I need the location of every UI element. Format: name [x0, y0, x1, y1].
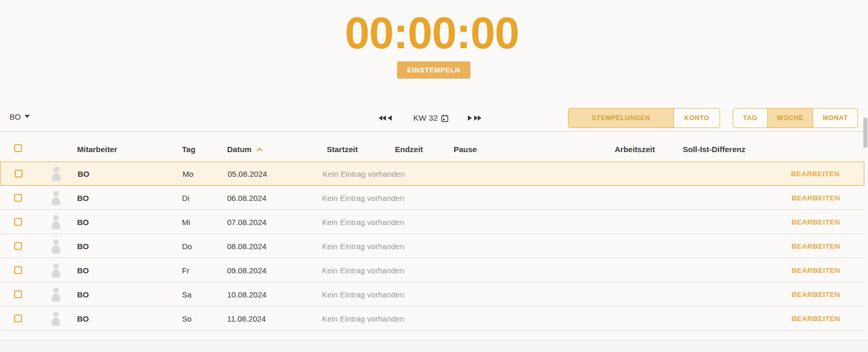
chevron-left-icon [388, 115, 392, 121]
row-date: 11.08.2024 [227, 314, 266, 323]
table-row-sa: BO Sa 10.08.2024 Kein Eintrag vorhanden … [0, 282, 864, 306]
avatar [51, 215, 61, 229]
table-row-mi: BO Mi 07.08.2024 Kein Eintrag vorhanden … [0, 210, 864, 234]
row-employee: BO [77, 314, 89, 323]
row-employee: BO [77, 193, 89, 202]
edit-button[interactable]: BEARBEITEN [791, 170, 840, 178]
row-day: Mo [183, 169, 194, 178]
row-employee: BO [77, 290, 89, 298]
caret-down-icon [25, 115, 30, 118]
week-label: KW 32 [413, 113, 438, 123]
column-header-pause: Pause [454, 145, 477, 154]
edit-button[interactable]: BEARBEITEN [791, 266, 840, 274]
row-empty-text: Kein Eintrag vorhanden [322, 217, 404, 226]
week-picker-button[interactable]: KW 32 [413, 113, 448, 123]
row-empty-text: Kein Eintrag vorhanden [323, 169, 405, 178]
row-day: Fr [182, 265, 189, 274]
table-row-fr: BO Fr 09.08.2024 Kein Eintrag vorhanden … [0, 258, 864, 282]
period-view-switch: TAG WOCHE MONAT [733, 108, 858, 128]
row-date: 06.08.2024 [227, 193, 266, 202]
row-checkbox[interactable] [14, 266, 22, 274]
chevron-right-icon [468, 115, 472, 121]
row-date: 08.08.2024 [227, 241, 266, 250]
avatar [51, 311, 61, 326]
row-empty-text: Kein Eintrag vorhanden [322, 290, 404, 298]
select-all-checkbox[interactable] [14, 144, 22, 152]
employee-filter-dropdown[interactable]: BO [9, 111, 30, 122]
row-day: Di [182, 193, 189, 202]
tab-konto[interactable]: KONTO [673, 109, 720, 127]
calendar-icon [441, 114, 448, 122]
row-date: 09.08.2024 [227, 265, 266, 274]
table-header: Mitarbeiter Tag Datum Startzeit Endzeit … [0, 132, 868, 162]
tab-tag[interactable]: TAG [733, 109, 767, 127]
clock-in-button[interactable]: EINSTEMPELN [397, 61, 470, 79]
time-tracking-page: 00:00:00 EINSTEMPELN BO KW 32 [0, 0, 868, 339]
row-day: Mi [182, 217, 190, 226]
column-header-mitarbeiter: Mitarbeiter [77, 145, 117, 154]
column-header-soll-ist-differenz: Soll-Ist-Differenz [683, 145, 745, 154]
row-date: 05.08.2024 [228, 169, 267, 178]
row-day: So [182, 314, 191, 323]
table-row-di: BO Di 06.08.2024 Kein Eintrag vorhanden … [0, 186, 864, 210]
timesheet-table: Mitarbeiter Tag Datum Startzeit Endzeit … [0, 131, 868, 330]
row-checkbox[interactable] [15, 170, 23, 178]
row-checkbox[interactable] [14, 242, 22, 250]
edit-button[interactable]: BEARBEITEN [791, 314, 840, 322]
timer-display: 00:00:00 [0, 10, 864, 55]
next-week-button[interactable] [468, 115, 472, 121]
table-row-do: BO Do 08.08.2024 Kein Eintrag vorhanden … [0, 234, 864, 258]
avatar [51, 190, 61, 205]
avatar [51, 263, 61, 278]
avatar [51, 166, 61, 181]
double-chevron-right-icon [474, 115, 481, 121]
edit-button[interactable]: BEARBEITEN [791, 290, 840, 298]
record-view-switch: STEMPELUNGEN KONTO [568, 108, 720, 128]
column-header-datum[interactable]: Datum [227, 145, 263, 154]
row-employee: BO [77, 241, 89, 250]
avatar [51, 239, 61, 253]
tab-woche[interactable]: WOCHE [767, 109, 812, 127]
row-checkbox[interactable] [14, 290, 22, 298]
edit-button[interactable]: BEARBEITEN [791, 242, 840, 250]
row-employee: BO [77, 265, 89, 274]
tab-monat[interactable]: MONAT [812, 109, 858, 127]
avatar [51, 287, 61, 302]
employee-filter-value: BO [9, 112, 21, 121]
row-day: Do [182, 241, 192, 250]
table-row-mo: BO Mo 05.08.2024 Kein Eintrag vorhanden … [0, 162, 864, 186]
vertical-scrollbar-thumb[interactable] [863, 118, 867, 148]
row-date: 10.08.2024 [227, 290, 266, 298]
week-navigation: KW 32 [367, 108, 493, 128]
table-row-so: BO So 11.08.2024 Kein Eintrag vorhanden … [0, 306, 864, 330]
row-checkbox[interactable] [14, 314, 22, 322]
edit-button[interactable]: BEARBEITEN [791, 194, 840, 201]
row-empty-text: Kein Eintrag vorhanden [322, 265, 404, 274]
fast-previous-button[interactable] [379, 115, 386, 121]
column-header-tag: Tag [182, 145, 196, 154]
column-header-datum-label: Datum [227, 145, 252, 154]
column-header-startzeit: Startzeit [327, 145, 358, 154]
edit-button[interactable]: BEARBEITEN [791, 218, 840, 226]
row-employee: BO [77, 217, 89, 226]
previous-week-button[interactable] [388, 115, 392, 121]
row-checkbox[interactable] [14, 194, 22, 201]
row-date: 07.08.2024 [227, 217, 266, 226]
column-header-endzeit: Endzeit [395, 145, 423, 154]
row-checkbox[interactable] [14, 218, 22, 226]
row-employee: BO [78, 169, 90, 178]
row-empty-text: Kein Eintrag vorhanden [322, 193, 404, 202]
column-header-arbeitszeit: Arbeitszeit [615, 145, 655, 154]
double-chevron-left-icon [379, 115, 386, 121]
fast-next-button[interactable] [474, 115, 481, 121]
tab-stempelungen[interactable]: STEMPELUNGEN [569, 109, 673, 127]
row-empty-text: Kein Eintrag vorhanden [322, 314, 404, 323]
row-day: Sa [182, 290, 191, 298]
sort-ascending-icon [256, 147, 263, 152]
row-empty-text: Kein Eintrag vorhanden [322, 241, 404, 250]
